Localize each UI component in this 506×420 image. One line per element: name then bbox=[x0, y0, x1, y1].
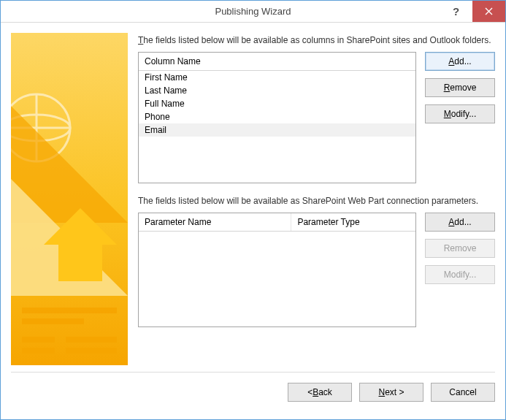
params-description: The fields listed below will be availabl… bbox=[138, 195, 495, 207]
list-item[interactable]: Full Name bbox=[139, 97, 415, 110]
param-header-type[interactable]: Parameter Type bbox=[291, 213, 415, 231]
list-item[interactable]: Phone bbox=[139, 110, 415, 123]
columns-buttons: Add... Remove Modify... bbox=[425, 52, 495, 123]
window-title: Publishing Wizard bbox=[1, 1, 505, 23]
columns-section: Column Name First NameLast NameFull Name… bbox=[138, 52, 495, 183]
params-list-header[interactable]: Parameter Name Parameter Type bbox=[139, 213, 415, 232]
columns-modify-button[interactable]: Modify... bbox=[425, 104, 495, 123]
next-button[interactable]: Next > bbox=[359, 383, 423, 402]
params-add-button[interactable]: Add... bbox=[425, 213, 495, 232]
column-header-name[interactable]: Column Name bbox=[139, 53, 415, 70]
cancel-button[interactable]: Cancel bbox=[431, 383, 495, 402]
help-button[interactable]: ? bbox=[440, 1, 472, 22]
decorative-art bbox=[11, 33, 128, 365]
params-modify-button: Modify... bbox=[425, 265, 495, 284]
close-button[interactable] bbox=[472, 1, 505, 22]
columns-add-button[interactable]: Add... bbox=[425, 52, 495, 71]
columns-listbox[interactable]: Column Name First NameLast NameFull Name… bbox=[138, 52, 416, 183]
wizard-sidebar-art bbox=[11, 33, 128, 365]
params-section: Parameter Name Parameter Type Add... Rem… bbox=[138, 213, 495, 327]
back-button[interactable]: < Back bbox=[288, 383, 352, 402]
columns-list-body: First NameLast NameFull NamePhoneEmail bbox=[139, 71, 415, 137]
wizard-main: The fields listed below will be availabl… bbox=[138, 33, 495, 372]
titlebar-controls: ? bbox=[440, 1, 505, 22]
columns-remove-button[interactable]: Remove bbox=[425, 78, 495, 97]
wizard-footer: < Back Next > Cancel bbox=[11, 372, 495, 412]
params-buttons: Add... Remove Modify... bbox=[425, 213, 495, 284]
wizard-body: The fields listed below will be availabl… bbox=[1, 23, 505, 372]
list-item[interactable]: Email bbox=[139, 123, 415, 137]
columns-list-header[interactable]: Column Name bbox=[139, 53, 415, 71]
params-listbox[interactable]: Parameter Name Parameter Type bbox=[138, 213, 416, 327]
columns-description: The fields listed below will be availabl… bbox=[138, 34, 495, 46]
list-item[interactable]: Last Name bbox=[139, 84, 415, 97]
titlebar: Publishing Wizard ? bbox=[1, 1, 505, 23]
param-header-name[interactable]: Parameter Name bbox=[139, 213, 291, 231]
list-item[interactable]: First Name bbox=[139, 71, 415, 84]
params-remove-button: Remove bbox=[425, 239, 495, 258]
close-icon bbox=[485, 7, 493, 15]
